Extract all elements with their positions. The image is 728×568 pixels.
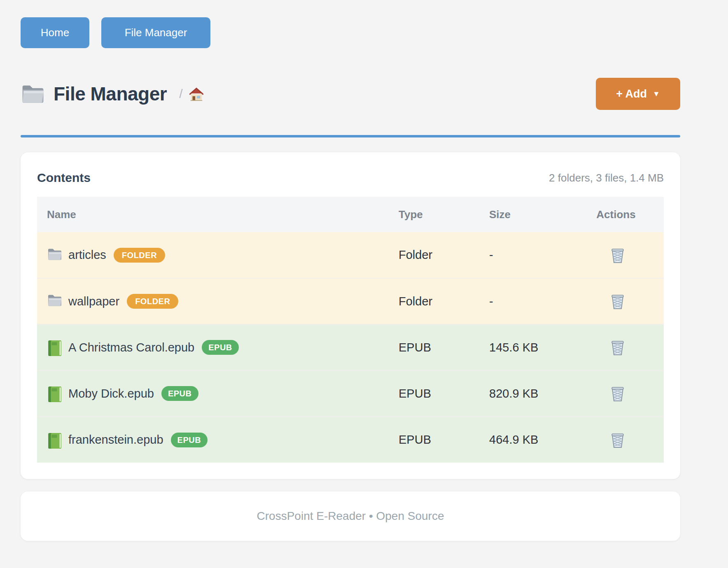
folder-icon	[47, 293, 63, 309]
delete-button[interactable]	[606, 290, 629, 313]
delete-button[interactable]	[606, 244, 629, 267]
book-icon	[47, 386, 63, 401]
footer-text: CrossPoint E-Reader • Open Source	[257, 510, 444, 523]
actions-cell	[568, 232, 664, 278]
house-icon[interactable]	[189, 86, 204, 102]
delete-button[interactable]	[606, 336, 629, 359]
file-link[interactable]: frankenstein.epub EPUB	[47, 432, 395, 448]
nav-home-button[interactable]: Home	[21, 17, 89, 48]
folder-icon	[47, 247, 63, 263]
actions-cell	[568, 278, 664, 324]
type-cell: EPUB	[395, 370, 486, 417]
page-header: File Manager / + Add ▼	[21, 78, 680, 110]
file-link[interactable]: wallpaper FOLDER	[47, 293, 395, 309]
breadcrumb-separator: /	[179, 87, 182, 101]
file-type-badge: FOLDER	[114, 248, 165, 263]
type-cell: EPUB	[395, 417, 486, 463]
actions-cell	[568, 370, 664, 417]
page: Home File Manager File Manager / + Add ▼…	[21, 0, 680, 541]
actions-cell	[568, 417, 664, 463]
column-header-actions: Actions	[568, 197, 664, 232]
footer: CrossPoint E-Reader • Open Source	[21, 491, 680, 541]
add-button[interactable]: + Add ▼	[596, 78, 680, 110]
header-divider	[21, 135, 680, 137]
nav-file-manager-button[interactable]: File Manager	[101, 17, 210, 48]
column-header-size: Size	[486, 197, 568, 232]
column-header-name: Name	[37, 197, 395, 232]
file-name: Moby Dick.epub	[68, 387, 154, 400]
file-type-badge: EPUB	[171, 433, 208, 447]
nav-bar: Home File Manager	[21, 17, 680, 48]
file-name: wallpaper	[68, 295, 119, 308]
size-cell: 820.9 KB	[486, 370, 568, 417]
name-cell: articles FOLDER	[37, 232, 395, 278]
file-name: frankenstein.epub	[68, 433, 163, 447]
column-header-type: Type	[395, 197, 486, 232]
delete-button[interactable]	[606, 382, 629, 405]
contents-card: Contents 2 folders, 3 files, 1.4 MB Name…	[21, 152, 680, 479]
file-name: A Christmas Carol.epub	[68, 341, 194, 354]
size-cell: -	[486, 232, 568, 278]
book-icon	[47, 340, 63, 355]
delete-button[interactable]	[606, 428, 629, 452]
actions-cell	[568, 324, 664, 370]
size-cell: 464.9 KB	[486, 417, 568, 463]
table-row: Moby Dick.epub EPUB EPUB 820.9 KB	[37, 370, 664, 417]
type-cell: Folder	[395, 232, 486, 278]
chevron-down-icon: ▼	[653, 90, 660, 98]
file-table: Name Type Size Actions articles FOLDER F…	[37, 197, 664, 463]
type-cell: Folder	[395, 278, 486, 324]
file-type-badge: FOLDER	[127, 294, 178, 309]
type-cell: EPUB	[395, 324, 486, 370]
table-row: articles FOLDER Folder -	[37, 232, 664, 278]
file-link[interactable]: A Christmas Carol.epub EPUB	[47, 340, 395, 355]
contents-summary: 2 folders, 3 files, 1.4 MB	[549, 172, 664, 184]
add-button-label: + Add	[616, 88, 647, 100]
book-icon	[47, 432, 63, 448]
contents-card-header: Contents 2 folders, 3 files, 1.4 MB	[37, 169, 664, 187]
size-cell: -	[486, 278, 568, 324]
file-link[interactable]: articles FOLDER	[47, 247, 395, 263]
file-name: articles	[68, 248, 106, 262]
name-cell: frankenstein.epub EPUB	[37, 417, 395, 463]
file-type-badge: EPUB	[161, 386, 198, 401]
table-row: frankenstein.epub EPUB EPUB 464.9 KB	[37, 417, 664, 463]
table-header-row: Name Type Size Actions	[37, 197, 664, 232]
size-cell: 145.6 KB	[486, 324, 568, 370]
file-type-badge: EPUB	[202, 340, 239, 355]
name-cell: A Christmas Carol.epub EPUB	[37, 324, 395, 370]
folder-icon	[21, 83, 45, 105]
name-cell: Moby Dick.epub EPUB	[37, 370, 395, 417]
contents-heading: Contents	[37, 171, 91, 185]
name-cell: wallpaper FOLDER	[37, 278, 395, 324]
table-row: wallpaper FOLDER Folder -	[37, 278, 664, 324]
page-title: File Manager	[54, 83, 167, 105]
file-link[interactable]: Moby Dick.epub EPUB	[47, 386, 395, 401]
table-row: A Christmas Carol.epub EPUB EPUB 145.6 K…	[37, 324, 664, 370]
